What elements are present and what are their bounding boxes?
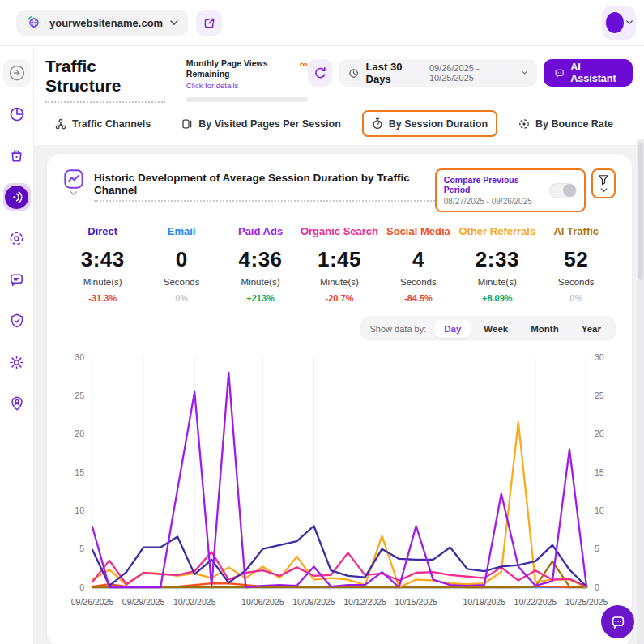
clock-icon [348, 67, 359, 79]
sidebar-item-goals[interactable] [3, 224, 31, 252]
line-chart-icon[interactable] [63, 168, 84, 190]
compare-label[interactable]: Compare Previous Period [444, 175, 541, 194]
radar-icon [10, 190, 23, 204]
shield-check-icon [9, 313, 25, 329]
sidebar-item-security[interactable] [3, 307, 31, 335]
granularity-day[interactable]: Day [434, 320, 471, 338]
infinity-icon: ∞ [300, 58, 308, 70]
open-site-button[interactable] [196, 10, 222, 36]
main-content: Traffic Structure Monthly Page Views Rem… [34, 46, 644, 644]
chart-card: Historic Development of Average Session … [47, 154, 632, 644]
granularity-year[interactable]: Year [572, 320, 611, 338]
svg-text:09/29/2025: 09/29/2025 [122, 597, 165, 607]
page-title: Traffic Structure [45, 57, 165, 103]
compare-previous-period: Compare Previous Period 08/27/2025 - 09/… [435, 168, 586, 212]
svg-text:10/09/2025: 10/09/2025 [292, 597, 335, 607]
svg-text:15: 15 [595, 467, 604, 477]
sidebar [0, 46, 34, 644]
ai-assistant-label: AI Assistant [570, 62, 622, 84]
metric-organic-search: Organic Search 1:45 Minute(s) -20.7% [300, 225, 378, 303]
svg-text:10/15/2025: 10/15/2025 [395, 597, 437, 607]
user-menu[interactable] [602, 6, 636, 40]
quota-label: Monthly Page Views Remaining [186, 58, 288, 79]
show-data-by: Show data by: Day Week Month Year [360, 316, 616, 341]
site-selector[interactable]: yourwebsitename.com [16, 10, 188, 36]
quota-details-link[interactable]: Click for details [186, 81, 288, 90]
globe-icon [26, 15, 42, 31]
view-tabs: Traffic Channels By Visited Pages Per Se… [45, 110, 633, 145]
ai-assistant-button[interactable]: AI Assistant [544, 59, 633, 87]
sidebar-item-visitors[interactable] [3, 390, 31, 417]
svg-text:20: 20 [595, 429, 604, 438]
tab-session-duration[interactable]: By Session Duration [362, 110, 497, 137]
support-chat-button[interactable] [601, 605, 634, 638]
app-root: yourwebsitename.com [0, 0, 644, 644]
svg-text:10/02/2025: 10/02/2025 [173, 597, 216, 607]
gear-icon [8, 354, 25, 371]
sidebar-item-feedback[interactable] [3, 266, 31, 293]
sidebar-collapse-button[interactable] [3, 59, 31, 87]
svg-text:15: 15 [75, 467, 84, 477]
svg-text:10: 10 [595, 505, 604, 515]
compare-toggle[interactable] [549, 183, 577, 198]
sidebar-item-settings[interactable] [3, 348, 31, 376]
compare-range: 08/27/2025 - 09/26/2025 [444, 197, 541, 206]
sidebar-item-ecommerce[interactable] [3, 142, 31, 169]
svg-text:09/26/2025: 09/26/2025 [71, 597, 114, 607]
session-duration-chart[interactable]: 00551010151520202525303009/26/202509/29/… [63, 349, 616, 618]
page-header: Traffic Structure Monthly Page Views Rem… [45, 57, 633, 103]
metric-paid-ads: Paid Ads 4:36 Minute(s) +213% [221, 225, 300, 303]
chevron-down-icon[interactable] [70, 191, 78, 196]
avatar [606, 12, 624, 33]
filter-button[interactable] [591, 168, 616, 198]
metric-other-referrals: Other Referrals 2:33 Minute(s) +8.09% [458, 225, 536, 303]
svg-text:25: 25 [75, 390, 84, 400]
chat-bubble-icon [610, 614, 626, 630]
svg-text:10/22/2025: 10/22/2025 [514, 597, 557, 607]
funnel-icon [598, 174, 609, 186]
metric-email: Email 0 Seconds 0% [142, 225, 220, 303]
date-range-label: Last 30 Days [366, 61, 423, 85]
tab-bounce-rate[interactable]: By Bounce Rate [509, 111, 623, 137]
chevron-down-icon [522, 70, 527, 75]
quota-progress-bar [186, 97, 308, 102]
granularity-month[interactable]: Month [521, 320, 568, 338]
sidebar-item-analytics[interactable] [3, 100, 31, 128]
network-icon [55, 118, 66, 130]
svg-text:0: 0 [595, 582, 599, 592]
pageviews-quota: Monthly Page Views Remaining Click for d… [186, 58, 308, 102]
svg-text:25: 25 [595, 390, 604, 400]
svg-text:30: 30 [75, 352, 84, 362]
pages-icon [181, 118, 193, 130]
granularity-week[interactable]: Week [474, 320, 518, 338]
user-pin-icon [9, 395, 25, 412]
stopwatch-icon [372, 117, 383, 130]
arrow-circle-icon [8, 64, 26, 82]
svg-text:0: 0 [79, 582, 84, 592]
scrollbar[interactable] [637, 139, 644, 644]
svg-text:5: 5 [79, 544, 84, 553]
metric-direct: Direct 3:43 Minute(s) -31.3% [63, 225, 142, 303]
chevron-down-icon [170, 20, 178, 26]
show-data-by-label: Show data by: [370, 324, 427, 334]
svg-text:10/25/2025: 10/25/2025 [565, 597, 608, 607]
svg-text:10/06/2025: 10/06/2025 [241, 597, 284, 607]
tab-traffic-channels[interactable]: Traffic Channels [45, 111, 160, 137]
pie-chart-icon [8, 105, 26, 123]
bounce-target-icon [518, 118, 530, 130]
tab-internal-traffic[interactable]: Internal Traffic [634, 111, 644, 137]
chevron-down-icon [600, 188, 608, 193]
scrollbar-thumb[interactable] [638, 143, 643, 280]
svg-text:10: 10 [75, 505, 84, 515]
refresh-icon [313, 66, 328, 81]
date-range-picker[interactable]: Last 30 Days 09/26/2025 - 10/25/2025 [339, 59, 537, 87]
metric-ai-traffic: AI Traffic 52 Seconds 0% [537, 225, 616, 303]
shopping-bag-icon [8, 147, 25, 164]
chart-title: Historic Development of Average Session … [94, 172, 435, 202]
refresh-button[interactable] [308, 59, 332, 87]
top-bar: yourwebsitename.com [0, 0, 644, 46]
tab-visited-pages-per-session[interactable]: By Visited Pages Per Session [172, 111, 351, 137]
metric-social-media: Social Media 4 Seconds -84.5% [379, 225, 458, 303]
chat-bubble-icon [8, 271, 25, 288]
sidebar-item-traffic-active[interactable] [3, 183, 31, 211]
